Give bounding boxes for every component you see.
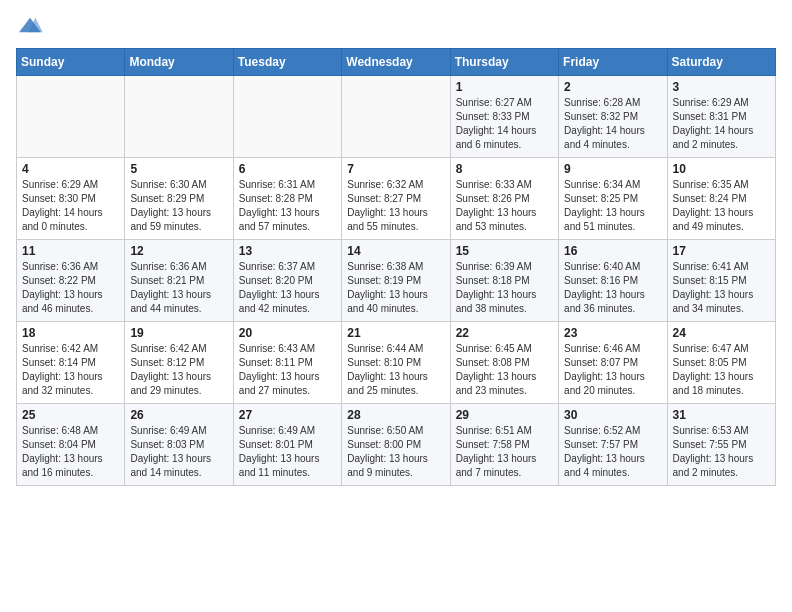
- day-number: 3: [673, 80, 770, 94]
- day-number: 29: [456, 408, 553, 422]
- day-number: 31: [673, 408, 770, 422]
- calendar-cell: 7Sunrise: 6:32 AM Sunset: 8:27 PM Daylig…: [342, 158, 450, 240]
- week-row-1: 1Sunrise: 6:27 AM Sunset: 8:33 PM Daylig…: [17, 76, 776, 158]
- week-row-4: 18Sunrise: 6:42 AM Sunset: 8:14 PM Dayli…: [17, 322, 776, 404]
- day-info: Sunrise: 6:51 AM Sunset: 7:58 PM Dayligh…: [456, 424, 553, 480]
- weekday-header-monday: Monday: [125, 49, 233, 76]
- day-number: 13: [239, 244, 336, 258]
- day-info: Sunrise: 6:33 AM Sunset: 8:26 PM Dayligh…: [456, 178, 553, 234]
- day-number: 12: [130, 244, 227, 258]
- calendar-cell: 1Sunrise: 6:27 AM Sunset: 8:33 PM Daylig…: [450, 76, 558, 158]
- day-number: 20: [239, 326, 336, 340]
- day-info: Sunrise: 6:28 AM Sunset: 8:32 PM Dayligh…: [564, 96, 661, 152]
- day-info: Sunrise: 6:39 AM Sunset: 8:18 PM Dayligh…: [456, 260, 553, 316]
- day-info: Sunrise: 6:41 AM Sunset: 8:15 PM Dayligh…: [673, 260, 770, 316]
- day-info: Sunrise: 6:50 AM Sunset: 8:00 PM Dayligh…: [347, 424, 444, 480]
- day-info: Sunrise: 6:43 AM Sunset: 8:11 PM Dayligh…: [239, 342, 336, 398]
- day-info: Sunrise: 6:45 AM Sunset: 8:08 PM Dayligh…: [456, 342, 553, 398]
- day-number: 9: [564, 162, 661, 176]
- day-number: 7: [347, 162, 444, 176]
- day-info: Sunrise: 6:36 AM Sunset: 8:22 PM Dayligh…: [22, 260, 119, 316]
- calendar-cell: 29Sunrise: 6:51 AM Sunset: 7:58 PM Dayli…: [450, 404, 558, 486]
- calendar-cell: 9Sunrise: 6:34 AM Sunset: 8:25 PM Daylig…: [559, 158, 667, 240]
- day-number: 24: [673, 326, 770, 340]
- calendar-cell: 6Sunrise: 6:31 AM Sunset: 8:28 PM Daylig…: [233, 158, 341, 240]
- day-info: Sunrise: 6:32 AM Sunset: 8:27 PM Dayligh…: [347, 178, 444, 234]
- calendar-cell: 14Sunrise: 6:38 AM Sunset: 8:19 PM Dayli…: [342, 240, 450, 322]
- day-number: 8: [456, 162, 553, 176]
- weekday-header-saturday: Saturday: [667, 49, 775, 76]
- day-number: 15: [456, 244, 553, 258]
- day-number: 18: [22, 326, 119, 340]
- calendar-cell: 18Sunrise: 6:42 AM Sunset: 8:14 PM Dayli…: [17, 322, 125, 404]
- day-info: Sunrise: 6:52 AM Sunset: 7:57 PM Dayligh…: [564, 424, 661, 480]
- weekday-header-sunday: Sunday: [17, 49, 125, 76]
- calendar-cell: 23Sunrise: 6:46 AM Sunset: 8:07 PM Dayli…: [559, 322, 667, 404]
- day-number: 22: [456, 326, 553, 340]
- day-number: 6: [239, 162, 336, 176]
- calendar-cell: 31Sunrise: 6:53 AM Sunset: 7:55 PM Dayli…: [667, 404, 775, 486]
- calendar-cell: [342, 76, 450, 158]
- calendar-cell: [233, 76, 341, 158]
- day-number: 5: [130, 162, 227, 176]
- day-info: Sunrise: 6:29 AM Sunset: 8:30 PM Dayligh…: [22, 178, 119, 234]
- weekday-header-friday: Friday: [559, 49, 667, 76]
- day-number: 28: [347, 408, 444, 422]
- day-info: Sunrise: 6:37 AM Sunset: 8:20 PM Dayligh…: [239, 260, 336, 316]
- calendar-cell: 11Sunrise: 6:36 AM Sunset: 8:22 PM Dayli…: [17, 240, 125, 322]
- calendar-cell: [17, 76, 125, 158]
- calendar-cell: 2Sunrise: 6:28 AM Sunset: 8:32 PM Daylig…: [559, 76, 667, 158]
- calendar-cell: 17Sunrise: 6:41 AM Sunset: 8:15 PM Dayli…: [667, 240, 775, 322]
- day-info: Sunrise: 6:38 AM Sunset: 8:19 PM Dayligh…: [347, 260, 444, 316]
- day-info: Sunrise: 6:36 AM Sunset: 8:21 PM Dayligh…: [130, 260, 227, 316]
- weekday-header-row: SundayMondayTuesdayWednesdayThursdayFrid…: [17, 49, 776, 76]
- week-row-3: 11Sunrise: 6:36 AM Sunset: 8:22 PM Dayli…: [17, 240, 776, 322]
- weekday-header-thursday: Thursday: [450, 49, 558, 76]
- calendar-cell: 19Sunrise: 6:42 AM Sunset: 8:12 PM Dayli…: [125, 322, 233, 404]
- day-number: 1: [456, 80, 553, 94]
- day-number: 14: [347, 244, 444, 258]
- calendar-cell: 30Sunrise: 6:52 AM Sunset: 7:57 PM Dayli…: [559, 404, 667, 486]
- logo: [16, 16, 48, 36]
- day-number: 26: [130, 408, 227, 422]
- calendar-cell: 8Sunrise: 6:33 AM Sunset: 8:26 PM Daylig…: [450, 158, 558, 240]
- calendar-cell: 10Sunrise: 6:35 AM Sunset: 8:24 PM Dayli…: [667, 158, 775, 240]
- day-info: Sunrise: 6:53 AM Sunset: 7:55 PM Dayligh…: [673, 424, 770, 480]
- day-number: 30: [564, 408, 661, 422]
- calendar-cell: 16Sunrise: 6:40 AM Sunset: 8:16 PM Dayli…: [559, 240, 667, 322]
- day-info: Sunrise: 6:30 AM Sunset: 8:29 PM Dayligh…: [130, 178, 227, 234]
- day-info: Sunrise: 6:48 AM Sunset: 8:04 PM Dayligh…: [22, 424, 119, 480]
- week-row-5: 25Sunrise: 6:48 AM Sunset: 8:04 PM Dayli…: [17, 404, 776, 486]
- calendar-table: SundayMondayTuesdayWednesdayThursdayFrid…: [16, 48, 776, 486]
- weekday-header-tuesday: Tuesday: [233, 49, 341, 76]
- day-info: Sunrise: 6:42 AM Sunset: 8:12 PM Dayligh…: [130, 342, 227, 398]
- page-header: [16, 16, 776, 36]
- calendar-cell: 22Sunrise: 6:45 AM Sunset: 8:08 PM Dayli…: [450, 322, 558, 404]
- day-number: 16: [564, 244, 661, 258]
- calendar-cell: 15Sunrise: 6:39 AM Sunset: 8:18 PM Dayli…: [450, 240, 558, 322]
- day-info: Sunrise: 6:29 AM Sunset: 8:31 PM Dayligh…: [673, 96, 770, 152]
- calendar-cell: 24Sunrise: 6:47 AM Sunset: 8:05 PM Dayli…: [667, 322, 775, 404]
- day-info: Sunrise: 6:31 AM Sunset: 8:28 PM Dayligh…: [239, 178, 336, 234]
- day-info: Sunrise: 6:34 AM Sunset: 8:25 PM Dayligh…: [564, 178, 661, 234]
- calendar-cell: 28Sunrise: 6:50 AM Sunset: 8:00 PM Dayli…: [342, 404, 450, 486]
- day-info: Sunrise: 6:49 AM Sunset: 8:03 PM Dayligh…: [130, 424, 227, 480]
- calendar-cell: 13Sunrise: 6:37 AM Sunset: 8:20 PM Dayli…: [233, 240, 341, 322]
- calendar-cell: 20Sunrise: 6:43 AM Sunset: 8:11 PM Dayli…: [233, 322, 341, 404]
- calendar-cell: 26Sunrise: 6:49 AM Sunset: 8:03 PM Dayli…: [125, 404, 233, 486]
- weekday-header-wednesday: Wednesday: [342, 49, 450, 76]
- day-info: Sunrise: 6:44 AM Sunset: 8:10 PM Dayligh…: [347, 342, 444, 398]
- day-info: Sunrise: 6:46 AM Sunset: 8:07 PM Dayligh…: [564, 342, 661, 398]
- day-info: Sunrise: 6:35 AM Sunset: 8:24 PM Dayligh…: [673, 178, 770, 234]
- calendar-cell: 4Sunrise: 6:29 AM Sunset: 8:30 PM Daylig…: [17, 158, 125, 240]
- day-number: 27: [239, 408, 336, 422]
- day-info: Sunrise: 6:27 AM Sunset: 8:33 PM Dayligh…: [456, 96, 553, 152]
- day-number: 4: [22, 162, 119, 176]
- day-number: 19: [130, 326, 227, 340]
- calendar-cell: 12Sunrise: 6:36 AM Sunset: 8:21 PM Dayli…: [125, 240, 233, 322]
- day-number: 2: [564, 80, 661, 94]
- calendar-cell: 3Sunrise: 6:29 AM Sunset: 8:31 PM Daylig…: [667, 76, 775, 158]
- day-info: Sunrise: 6:42 AM Sunset: 8:14 PM Dayligh…: [22, 342, 119, 398]
- day-number: 10: [673, 162, 770, 176]
- day-number: 11: [22, 244, 119, 258]
